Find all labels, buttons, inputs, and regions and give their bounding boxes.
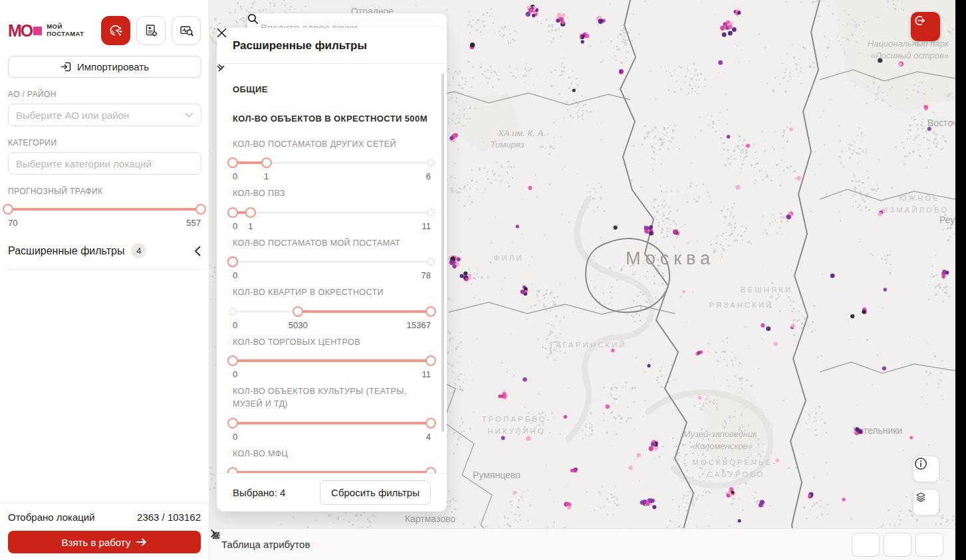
categories-input[interactable] <box>16 158 193 169</box>
map-area[interactable]: ОтрадноеНациональный парк«Лосиный остров… <box>209 0 955 560</box>
download-button[interactable] <box>884 533 911 557</box>
range-slider[interactable] <box>233 306 431 317</box>
map-marker[interactable] <box>646 502 650 505</box>
report-settings-button[interactable] <box>136 16 166 45</box>
map-marker[interactable] <box>766 326 771 331</box>
take-to-work-button[interactable]: Взять в работу <box>8 531 201 553</box>
map-marker[interactable] <box>882 366 886 370</box>
slider-handle[interactable] <box>425 306 436 317</box>
range-slider[interactable] <box>233 355 431 366</box>
map-marker[interactable] <box>787 215 791 219</box>
map-marker[interactable] <box>808 494 811 498</box>
map-marker[interactable] <box>923 105 927 109</box>
map-marker[interactable] <box>909 436 913 439</box>
slider-handle[interactable] <box>227 207 238 218</box>
map-marker[interactable] <box>561 13 565 17</box>
slider-handle[interactable] <box>227 467 238 473</box>
map-marker[interactable] <box>465 278 468 281</box>
map-marker[interactable] <box>614 226 618 230</box>
filter-section-general[interactable]: ОБЩИЕ <box>233 74 431 104</box>
map-marker[interactable] <box>652 505 656 509</box>
slider-handle[interactable] <box>227 256 238 267</box>
map-marker[interactable] <box>773 341 777 345</box>
map-marker[interactable] <box>566 502 570 506</box>
map-marker[interactable] <box>746 144 750 148</box>
map-marker[interactable] <box>862 310 866 314</box>
map-marker[interactable] <box>470 43 475 47</box>
map-marker[interactable] <box>842 498 846 502</box>
map-marker[interactable] <box>644 226 648 230</box>
map-marker[interactable] <box>523 377 527 381</box>
map-marker[interactable] <box>737 11 741 15</box>
map-marker[interactable] <box>738 519 741 522</box>
map-marker[interactable] <box>457 257 461 261</box>
categories-field[interactable] <box>8 152 201 175</box>
slider-handle[interactable] <box>245 207 256 218</box>
map-marker[interactable] <box>526 436 530 440</box>
map-marker[interactable] <box>605 405 610 409</box>
map-marker[interactable] <box>503 395 507 399</box>
map-marker[interactable] <box>516 225 519 228</box>
fullscreen-button[interactable] <box>915 533 943 557</box>
map-marker[interactable] <box>463 271 467 275</box>
map-marker[interactable] <box>878 58 882 62</box>
slider-handle[interactable] <box>227 157 238 168</box>
reset-filters-button[interactable]: Сбросить фильтры <box>320 480 431 505</box>
close-icon[interactable] <box>414 37 431 54</box>
map-marker[interactable] <box>581 40 584 43</box>
map-marker[interactable] <box>564 415 567 419</box>
slider-handle[interactable] <box>195 204 206 215</box>
map-marker[interactable] <box>453 133 457 137</box>
map-marker[interactable] <box>776 458 780 462</box>
map-marker[interactable] <box>501 436 505 440</box>
map-marker[interactable] <box>647 364 650 367</box>
map-marker[interactable] <box>726 21 730 25</box>
slider-handle[interactable] <box>3 204 13 215</box>
map-marker[interactable] <box>927 127 931 131</box>
map-marker[interactable] <box>722 33 727 37</box>
map-marker[interactable] <box>649 446 654 451</box>
map-marker[interactable] <box>731 491 734 494</box>
map-marker[interactable] <box>559 17 564 22</box>
advanced-filters-toggle[interactable]: Расширенные фильтры 4 <box>8 239 201 270</box>
map-marker[interactable] <box>697 351 701 354</box>
map-marker[interactable] <box>581 35 585 39</box>
map-settings-button[interactable] <box>852 533 880 557</box>
map-marker[interactable] <box>498 395 502 399</box>
map-marker[interactable] <box>899 62 903 66</box>
map-marker[interactable] <box>570 468 574 472</box>
map-marker[interactable] <box>651 442 655 446</box>
map-marker[interactable] <box>720 26 725 31</box>
map-marker[interactable] <box>761 324 765 327</box>
slider-handle[interactable] <box>261 157 272 168</box>
map-marker[interactable] <box>649 225 653 229</box>
map-marker[interactable] <box>640 500 644 504</box>
map-marker[interactable] <box>850 314 854 318</box>
map-marker[interactable] <box>521 290 525 294</box>
range-slider[interactable] <box>233 157 431 168</box>
map-marker[interactable] <box>619 69 624 74</box>
map-marker[interactable] <box>557 13 562 17</box>
map-marker[interactable] <box>942 270 946 274</box>
range-slider[interactable] <box>233 256 431 267</box>
slider-handle[interactable] <box>425 418 436 428</box>
map-marker[interactable] <box>649 231 654 235</box>
map-marker[interactable] <box>449 260 455 265</box>
map-marker[interactable] <box>791 324 795 327</box>
layers-button[interactable] <box>913 489 939 515</box>
map-marker[interactable] <box>629 466 633 470</box>
map-marker[interactable] <box>650 498 655 503</box>
map-marker[interactable] <box>611 349 615 353</box>
map-marker[interactable] <box>732 27 737 32</box>
range-slider[interactable] <box>233 467 431 473</box>
map-marker[interactable] <box>727 135 731 139</box>
map-marker[interactable] <box>528 186 532 190</box>
info-button[interactable] <box>913 456 939 482</box>
map-marker[interactable] <box>858 429 862 434</box>
map-marker[interactable] <box>728 25 732 29</box>
ai-analysis-button[interactable] <box>101 16 130 45</box>
map-marker[interactable] <box>673 230 677 234</box>
map-marker[interactable] <box>529 9 533 13</box>
map-marker[interactable] <box>796 176 801 181</box>
map-marker[interactable] <box>698 396 702 400</box>
